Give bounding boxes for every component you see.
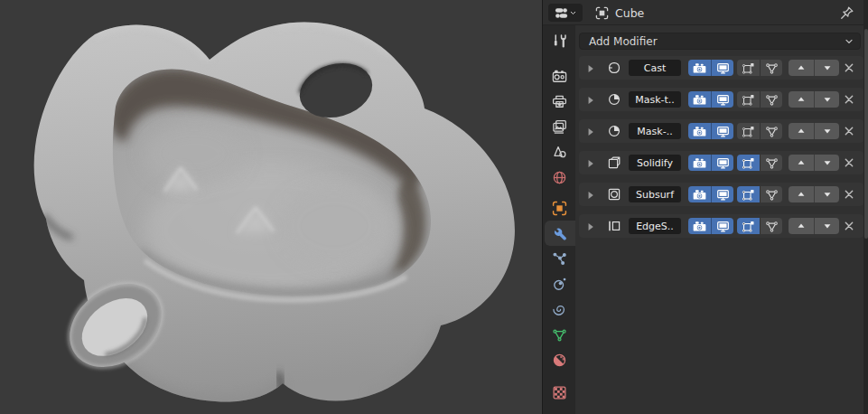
object-brackets-icon [595, 6, 609, 20]
move-modifier-up-button[interactable] [789, 218, 814, 234]
properties-tab-render[interactable] [543, 63, 575, 89]
pin-icon [839, 5, 854, 21]
delete-modifier-button[interactable] [841, 187, 856, 202]
expand-arrow-icon[interactable] [584, 61, 597, 74]
delete-modifier-button[interactable] [841, 92, 856, 108]
breadcrumb-object-name[interactable]: Cube [615, 6, 644, 20]
viewport-visibility-toggle[interactable] [711, 218, 733, 234]
camera-icon [693, 125, 706, 138]
modifier-row: Mask-.. [579, 119, 863, 143]
properties-tab-strip [543, 25, 575, 414]
properties-header: Cube [543, 0, 868, 25]
scrollbar-thumb[interactable] [864, 29, 868, 239]
move-modifier-down-button[interactable] [814, 186, 839, 202]
properties-tab-data[interactable] [543, 322, 575, 347]
modifier-name-field[interactable]: Solidify [629, 155, 681, 171]
on-cage-toggle[interactable] [760, 91, 782, 108]
arrow-down-icon [822, 157, 833, 168]
viewport-visibility-toggle[interactable] [711, 91, 733, 108]
on-cage-toggle[interactable] [760, 123, 782, 139]
delete-modifier-button[interactable] [841, 219, 856, 234]
move-modifier-up-button[interactable] [789, 91, 814, 108]
expand-arrow-icon[interactable] [584, 125, 597, 137]
render-visibility-toggle[interactable] [688, 155, 711, 171]
move-modifier-down-button[interactable] [814, 123, 839, 139]
physics-icon [552, 277, 567, 292]
expand-arrow-icon[interactable] [584, 220, 597, 232]
editmode-visibility-toggle[interactable] [737, 60, 760, 76]
on-cage-toggle[interactable] [760, 186, 782, 202]
render-visibility-toggle[interactable] [688, 218, 711, 234]
editmode-icon [742, 61, 755, 75]
editmode-visibility-toggle[interactable] [737, 218, 760, 234]
move-modifier-down-button[interactable] [814, 218, 839, 234]
properties-tab-tool[interactable] [543, 28, 575, 53]
properties-tab-material[interactable] [543, 347, 575, 372]
properties-tab-scene[interactable] [543, 139, 575, 165]
editor-type-button[interactable] [548, 4, 583, 22]
close-icon [842, 92, 856, 107]
wrench-icon [553, 226, 568, 241]
delete-modifier-button[interactable] [841, 61, 856, 76]
render-visibility-toggle[interactable] [688, 91, 711, 108]
delete-modifier-button[interactable] [841, 124, 856, 139]
expand-arrow-icon[interactable] [584, 188, 597, 201]
monitor-icon [716, 125, 730, 138]
properties-tab-physics[interactable] [543, 271, 575, 296]
delete-modifier-button[interactable] [841, 155, 856, 171]
properties-tab-texture[interactable] [543, 380, 575, 405]
move-modifier-up-button[interactable] [789, 186, 814, 202]
editmode-visibility-toggle[interactable] [737, 123, 760, 139]
move-modifier-up-button[interactable] [789, 155, 814, 171]
viewport-visibility-toggle[interactable] [711, 186, 733, 202]
properties-tab-view-layer[interactable] [543, 114, 575, 139]
modifier-name-field[interactable]: EdgeS.. [629, 218, 681, 234]
arrow-down-icon [822, 62, 833, 73]
editmode-visibility-toggle[interactable] [737, 91, 760, 108]
properties-editor: Cube Add Modifier Cast [542, 0, 868, 414]
add-modifier-dropdown[interactable]: Add Modifier [579, 33, 861, 50]
camera-icon [693, 93, 706, 107]
editmode-visibility-toggle[interactable] [737, 186, 760, 202]
modifier-name-field[interactable]: Mask-.. [629, 123, 681, 139]
properties-tab-object[interactable] [543, 195, 575, 221]
add-modifier-label: Add Modifier [589, 35, 844, 48]
expand-arrow-icon[interactable] [584, 93, 597, 106]
move-modifier-down-button[interactable] [814, 91, 839, 108]
on-cage-icon [765, 125, 779, 138]
render-icon [552, 69, 567, 84]
viewport-visibility-toggle[interactable] [711, 60, 733, 76]
close-icon [842, 155, 856, 170]
properties-tab-constraints[interactable] [543, 296, 575, 322]
properties-tab-output[interactable] [543, 89, 575, 114]
viewport-visibility-toggle[interactable] [711, 123, 733, 139]
render-visibility-toggle[interactable] [688, 186, 711, 202]
modifier-name-field[interactable]: Cast [629, 60, 681, 76]
move-modifier-up-button[interactable] [789, 123, 814, 139]
modifier-name-field[interactable]: Mask-t.. [629, 91, 681, 108]
properties-tab-particles[interactable] [543, 246, 575, 271]
move-modifier-down-button[interactable] [814, 155, 839, 171]
move-modifier-down-button[interactable] [814, 60, 839, 76]
on-cage-toggle[interactable] [760, 155, 782, 171]
expand-arrow-icon[interactable] [584, 156, 597, 169]
pin-id-button[interactable] [839, 5, 854, 21]
viewport-visibility-toggle[interactable] [711, 155, 733, 171]
on-cage-toggle[interactable] [760, 60, 782, 76]
mask-modifier-icon [607, 124, 621, 138]
scrollbar[interactable] [863, 0, 868, 414]
properties-tab-modifiers[interactable] [545, 221, 575, 246]
on-cage-icon [765, 188, 779, 202]
arrow-down-icon [822, 189, 833, 200]
move-modifier-up-button[interactable] [789, 60, 814, 76]
modifier-name-field[interactable]: Subsurf [629, 186, 681, 202]
on-cage-toggle[interactable] [760, 218, 782, 234]
render-visibility-toggle[interactable] [688, 60, 711, 76]
properties-tab-world[interactable] [543, 165, 575, 190]
editmode-visibility-toggle[interactable] [737, 155, 760, 171]
camera-icon [693, 188, 706, 202]
arrow-up-icon [796, 189, 807, 200]
render-visibility-toggle[interactable] [688, 123, 711, 139]
3d-viewport[interactable] [0, 0, 542, 414]
world-icon [552, 170, 567, 185]
